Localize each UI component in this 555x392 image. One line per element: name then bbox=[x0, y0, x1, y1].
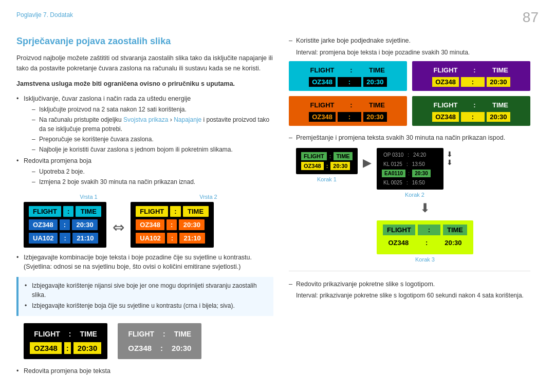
k3-oz348: OZ348 bbox=[384, 237, 413, 248]
list-item-redovita: Redovita promjena boje teksta bbox=[16, 366, 273, 376]
k1-colon2: : bbox=[325, 162, 329, 170]
sub-list-2: Upotreba 2 boje. Izmjena 2 boje svakih 3… bbox=[24, 167, 273, 186]
cell-colon-1: : bbox=[63, 206, 73, 217]
korak2-section: OP 0310 : 24:20 KL 0125 : 13:50 EA0110 : bbox=[377, 148, 453, 198]
gb-time: TIME bbox=[488, 100, 512, 110]
cb-oz348: OZ348 bbox=[309, 77, 336, 87]
arrow-right-1: ▶ bbox=[363, 156, 372, 170]
gray-2030: 20:30 bbox=[168, 342, 195, 354]
k3-colon2: : bbox=[415, 237, 438, 248]
cell-oz348-1: OZ348 bbox=[29, 219, 58, 230]
right-dash-3: Redovito prikazivanje pokretne slike s l… bbox=[289, 279, 530, 289]
cb-2030: 20:30 bbox=[363, 77, 387, 87]
cell-oz348-2: OZ348 bbox=[136, 219, 164, 230]
pb-colon2: : bbox=[461, 77, 485, 87]
gb-2030: 20:30 bbox=[487, 112, 510, 122]
cell-colon-4: : bbox=[170, 206, 180, 217]
purple-board: FLIGHT : TIME OZ348 : 20:30 bbox=[412, 61, 530, 91]
cell-flight-2: FLIGHT bbox=[136, 206, 168, 217]
k1-oz348: OZ348 bbox=[301, 162, 324, 170]
gray-board: FLIGHT : TIME OZ348 : 20:30 bbox=[118, 323, 201, 359]
down-arrow-1: ⬇ bbox=[447, 150, 453, 159]
intro-paragraph-2: Jamstvena usluga može biti ograničena ov… bbox=[16, 79, 273, 89]
vrsta-boards-row: FLIGHT : TIME OZ348 : 20:30 UA102 : 21:1… bbox=[24, 202, 273, 248]
black-board: FLIGHT : TIME OZ348 : 20:30 bbox=[24, 323, 107, 359]
cell-time-2: TIME bbox=[183, 206, 209, 217]
chapter-label: Poglavlje 7. Dodatak bbox=[16, 11, 73, 18]
korak2-board: OP 0310 : 24:20 KL 0125 : 13:50 EA0110 : bbox=[377, 148, 443, 190]
right-dash-1-sub: Interval: promjena boje teksta i boje po… bbox=[289, 49, 530, 56]
k2-colon2: : bbox=[405, 160, 409, 168]
k2-kl0125: KL 0125 bbox=[382, 160, 404, 168]
black-time: TIME bbox=[76, 328, 101, 340]
vrsta2-label: Vrsta 2 bbox=[149, 194, 268, 200]
cell-colon-6: : bbox=[167, 233, 177, 244]
double-arrow: ⇔ bbox=[113, 219, 124, 236]
list2-title: Redovita promjena boja bbox=[24, 157, 91, 164]
sub-item-3: Preporučuje se korištenje čuvara zaslona… bbox=[32, 135, 273, 144]
sub-item-2: Na računalu pristupite odjeljku Svojstva… bbox=[32, 115, 273, 134]
main-list: Isključivanje, čuvar zaslona i način rad… bbox=[16, 94, 273, 186]
sub-item-6: Izmjena 2 boje svakih 30 minuta na način… bbox=[32, 177, 273, 186]
sub-list-1: Isključujte proizvod na 2 sata nakon 12 … bbox=[24, 105, 273, 154]
cell-colon-2: : bbox=[60, 219, 70, 230]
main-list-3: Redovita promjena boje teksta bbox=[16, 366, 273, 376]
black-boards-row: FLIGHT : TIME OZ348 : 20:30 FLIGHT : TIM… bbox=[24, 323, 273, 359]
cell-colon-3: : bbox=[60, 233, 70, 244]
page-number: 87 bbox=[523, 9, 539, 26]
k3-flight: FLIGHT bbox=[383, 225, 415, 235]
k2-colon4: : bbox=[405, 179, 409, 186]
right-dash-2: Premještanje i promjena teksta svakih 30… bbox=[289, 133, 530, 143]
section-title: Sprječavanje pojava zaostalih slika bbox=[16, 36, 273, 47]
cb-time: TIME bbox=[365, 65, 388, 75]
k3-time: TIME bbox=[443, 225, 467, 235]
k2-op0310: OP 0310 bbox=[382, 151, 405, 159]
k2-colon3: : bbox=[407, 170, 411, 177]
cell-2110-1: 21:10 bbox=[72, 233, 98, 244]
cell-ua102-2: UA102 bbox=[136, 233, 164, 244]
black-colon: : bbox=[67, 328, 73, 340]
ob-colon2: : bbox=[338, 112, 361, 122]
vrsta-section: Vrsta 1 Vrsta 2 FLIGHT : TIME OZ348 : 20… bbox=[24, 194, 273, 248]
vrsta-labels: Vrsta 1 Vrsta 2 bbox=[24, 194, 273, 200]
korak1-section: FLIGHT : TIME OZ348 : 20:30 Korak 1 bbox=[296, 148, 358, 182]
gb-colon: : bbox=[462, 100, 486, 110]
cell-2110-2: 21:10 bbox=[179, 233, 205, 244]
down-arrow-main: ⬇ bbox=[420, 201, 430, 215]
list1-title: Isključivanje, čuvar zaslona i način rad… bbox=[24, 95, 191, 102]
black-flight: FLIGHT bbox=[30, 328, 64, 340]
k3-2030: 20:30 bbox=[440, 237, 466, 248]
korak1-label: Korak 1 bbox=[296, 176, 358, 182]
ob-2030: 20:30 bbox=[363, 112, 387, 122]
k1-flight: FLIGHT bbox=[301, 152, 327, 160]
arrow-down-section: ⬇ bbox=[320, 201, 530, 215]
cyan-board: FLIGHT : TIME OZ348 : 20:30 bbox=[289, 61, 407, 91]
cb-flight: FLIGHT bbox=[307, 65, 338, 75]
k2-1350: 13:50 bbox=[411, 160, 427, 168]
sub-item-4: Najbolje je koristiti čuvar zaslona s je… bbox=[32, 145, 273, 154]
highlight-item-2: Izbjegavajte korištenje boja čije su svj… bbox=[25, 301, 267, 310]
list-item-1: Isključivanje, čuvar zaslona i način rad… bbox=[16, 94, 273, 154]
link-napajanje[interactable]: Napajanje bbox=[174, 116, 201, 123]
vrsta1-label: Vrsta 1 bbox=[29, 194, 149, 200]
k2-kl0025: KL 0025 bbox=[382, 179, 404, 186]
green-board: FLIGHT : TIME OZ348 : 20:30 bbox=[412, 96, 530, 126]
colored-boards-grid: FLIGHT : TIME OZ348 : 20:30 FLIGHT : TIM… bbox=[289, 61, 530, 126]
cell-2030-2: 20:30 bbox=[179, 219, 205, 230]
gb-flight: FLIGHT bbox=[431, 100, 461, 110]
highlight-box: Izbjegavajte korištenje nijansi sive boj… bbox=[16, 277, 273, 316]
ob-oz348: OZ348 bbox=[309, 112, 336, 122]
cell-ua102-1: UA102 bbox=[29, 233, 58, 244]
highlight-list: Izbjegavajte korištenje nijansi sive boj… bbox=[25, 281, 267, 310]
sub-item-1: Isključujte proizvod na 2 sata nakon 12 … bbox=[32, 105, 273, 114]
gray-flight: FLIGHT bbox=[124, 328, 159, 340]
k2-colon1: : bbox=[406, 151, 410, 159]
k2-ea0110: EA0110 bbox=[382, 170, 405, 177]
black-2030: 20:30 bbox=[73, 342, 101, 354]
link-svojstva[interactable]: Svojstva prikaza bbox=[123, 116, 168, 123]
cell-time-1: TIME bbox=[76, 206, 101, 217]
flight-board-1: FLIGHT : TIME OZ348 : 20:30 UA102 : 21:1… bbox=[24, 202, 106, 248]
korak3-section: FLIGHT : TIME OZ348 : 20:30 Korak 3 bbox=[320, 220, 530, 263]
gb-colon2: : bbox=[461, 112, 485, 122]
right-dash-1: Koristite jarke boje podjednake svjetlin… bbox=[289, 36, 530, 46]
